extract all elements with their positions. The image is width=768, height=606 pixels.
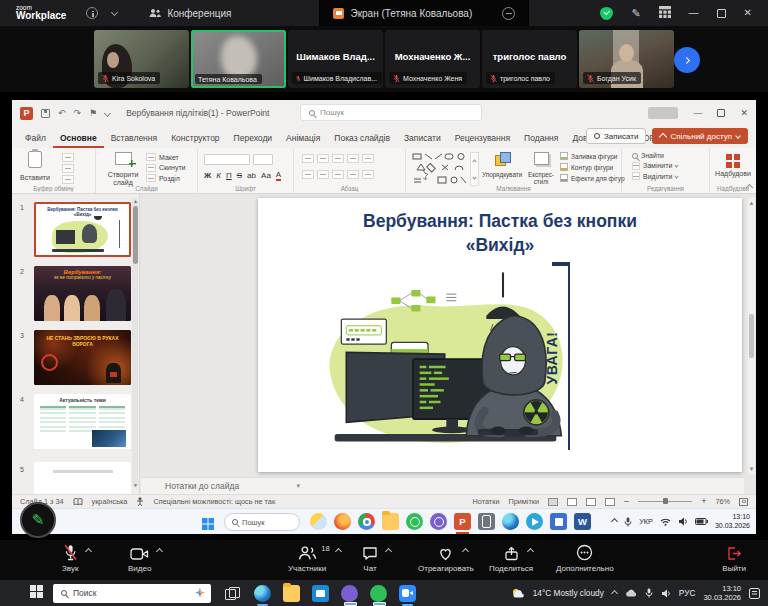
close-tab-icon[interactable] xyxy=(502,7,515,20)
ppt-close-button[interactable]: ✕ xyxy=(740,109,748,118)
participant-video-bohdan[interactable]: Богдан Усик xyxy=(579,30,674,88)
slide-thumbnail-3[interactable]: НЕ СТАНЬ ЗБРОЄЮ В РУКАХ ВОРОГА xyxy=(34,330,131,385)
viber-icon[interactable] xyxy=(430,513,447,530)
addins-icon[interactable] xyxy=(726,154,740,168)
bullets-icon[interactable] xyxy=(302,154,314,163)
video-options-chevron[interactable] xyxy=(156,548,163,555)
select-button[interactable]: Виділити xyxy=(632,172,678,180)
speaker-icon[interactable] xyxy=(661,589,671,598)
inner-clock[interactable]: 13:10 30.03.2026 xyxy=(715,513,750,530)
slide-thumbnail-5[interactable] xyxy=(34,462,131,494)
tab-design[interactable]: Конструктор xyxy=(164,129,226,148)
tab-home[interactable]: Основне xyxy=(53,129,104,148)
shape-outline-button[interactable]: Контур фігури xyxy=(560,163,625,171)
apps-grid-icon[interactable] xyxy=(659,4,671,22)
fit-slide-icon[interactable] xyxy=(739,498,748,506)
justify-icon[interactable] xyxy=(347,170,359,179)
chrome-icon[interactable] xyxy=(358,513,375,530)
change-case-button[interactable]: Аа xyxy=(261,172,271,180)
edge-icon[interactable] xyxy=(254,585,271,602)
widgets-weather-icon[interactable] xyxy=(310,513,327,530)
video-button[interactable]: Видео xyxy=(128,545,151,573)
maximize-button[interactable] xyxy=(717,9,726,18)
zoom-level[interactable]: 76% xyxy=(715,497,730,506)
speaker-icon[interactable] xyxy=(678,517,688,526)
participant-video-tetiana[interactable]: Тетяна Ковальова xyxy=(191,30,286,88)
numbering-icon[interactable] xyxy=(317,154,329,163)
font-size-box[interactable] xyxy=(253,154,273,165)
next-page-button[interactable] xyxy=(674,47,700,73)
firefox-icon[interactable] xyxy=(334,513,351,530)
notification-center-icon[interactable] xyxy=(749,588,760,599)
viber-icon[interactable] xyxy=(341,585,358,602)
edge-icon[interactable] xyxy=(502,513,519,530)
zoom-in-icon[interactable]: + xyxy=(701,497,706,506)
chevron-down-icon[interactable] xyxy=(111,8,118,15)
replace-button[interactable]: Замінити xyxy=(632,162,678,170)
slideshow-icon[interactable] xyxy=(605,498,615,506)
battery-icon[interactable] xyxy=(695,518,708,525)
decrease-indent-icon[interactable] xyxy=(332,154,344,163)
thumbnail-scrollbar[interactable]: ▲ ▼ xyxy=(132,198,138,488)
paste-button[interactable]: Вставити xyxy=(17,151,53,182)
phone-link-icon[interactable] xyxy=(478,513,495,530)
undo-icon[interactable]: ↶ xyxy=(58,109,66,118)
audio-button[interactable]: Звук xyxy=(62,545,78,573)
tab-conference[interactable]: Конференция xyxy=(135,0,245,26)
increase-indent-icon[interactable] xyxy=(347,154,359,163)
file-explorer-icon[interactable] xyxy=(283,585,300,602)
language-indicator[interactable]: УКР xyxy=(639,517,653,526)
host-clock[interactable]: 13:10 30.03.2026 xyxy=(703,584,741,602)
reset-button[interactable]: Скинути xyxy=(146,164,186,172)
tab-slideshow[interactable]: Показ слайдів xyxy=(327,129,397,148)
format-painter-icon[interactable] xyxy=(62,175,74,184)
wifi-icon[interactable] xyxy=(660,518,671,526)
slide-sorter-icon[interactable] xyxy=(567,498,577,506)
align-right-icon[interactable] xyxy=(332,170,344,179)
leave-button[interactable]: Выйти xyxy=(722,545,746,573)
font-color-button[interactable]: А xyxy=(276,171,281,181)
share-screen-button[interactable]: Поделиться xyxy=(489,545,533,573)
tab-record[interactable]: Записати xyxy=(397,129,448,148)
word-icon[interactable]: W xyxy=(574,513,591,530)
underline-button[interactable]: П xyxy=(226,172,232,180)
font-name-box[interactable] xyxy=(204,154,250,165)
photos-icon[interactable] xyxy=(550,513,567,530)
record-button[interactable]: Записати xyxy=(586,128,647,144)
align-center-icon[interactable] xyxy=(317,170,329,179)
redo-icon[interactable]: ↷ xyxy=(74,109,82,118)
start-presentation-icon[interactable]: ⚑ xyxy=(89,109,97,118)
notes-toggle[interactable]: Нотатки xyxy=(473,497,500,506)
tab-review[interactable]: Рецензування xyxy=(448,129,517,148)
save-icon[interactable] xyxy=(41,109,50,118)
tab-screen-share[interactable]: Экран (Тетяна Ковальова) xyxy=(319,0,529,26)
find-button[interactable]: Знайти xyxy=(632,152,678,159)
participant-tile-mokhnachenko[interactable]: Мохначенко Ж... Мохначенко Женя xyxy=(385,30,480,88)
host-start-button[interactable] xyxy=(30,584,43,602)
whatsapp-icon[interactable] xyxy=(370,585,387,602)
account-button[interactable] xyxy=(648,107,678,119)
zoom-app-icon[interactable] xyxy=(399,585,416,602)
shape-fill-button[interactable]: Заливка фігури xyxy=(560,152,625,160)
share-options-chevron[interactable] xyxy=(527,548,534,555)
chat-options-chevron[interactable] xyxy=(385,548,392,555)
minimize-button[interactable]: — xyxy=(689,8,699,18)
pen-tray-icon[interactable] xyxy=(624,517,632,527)
quick-styles-button[interactable]: Експрес-стилі xyxy=(524,151,558,185)
weather-icon[interactable] xyxy=(511,588,525,598)
task-view-icon[interactable] xyxy=(225,587,238,599)
tray-chevron-icon[interactable] xyxy=(611,589,618,596)
line-spacing-icon[interactable] xyxy=(362,154,374,163)
close-button[interactable]: ✕ xyxy=(744,8,752,18)
comments-toggle[interactable]: Примітки xyxy=(508,497,539,506)
strikethrough-button[interactable]: S xyxy=(237,172,242,180)
annotate-pencil-icon[interactable]: ✎ xyxy=(631,8,640,19)
columns-icon[interactable] xyxy=(362,170,374,179)
char-spacing-button[interactable]: ab xyxy=(247,172,256,180)
tab-insert[interactable]: Вставлення xyxy=(104,129,164,148)
ppt-minimize-button[interactable]: — xyxy=(693,109,702,118)
slide-thumbnail-1[interactable]: Вербування: Пастка без кнопки «Вихід» xyxy=(34,202,131,257)
shape-effects-button[interactable]: Ефекти для фігур xyxy=(560,174,625,182)
reading-view-icon[interactable] xyxy=(586,498,596,506)
section-button[interactable]: Розділ xyxy=(146,174,186,182)
